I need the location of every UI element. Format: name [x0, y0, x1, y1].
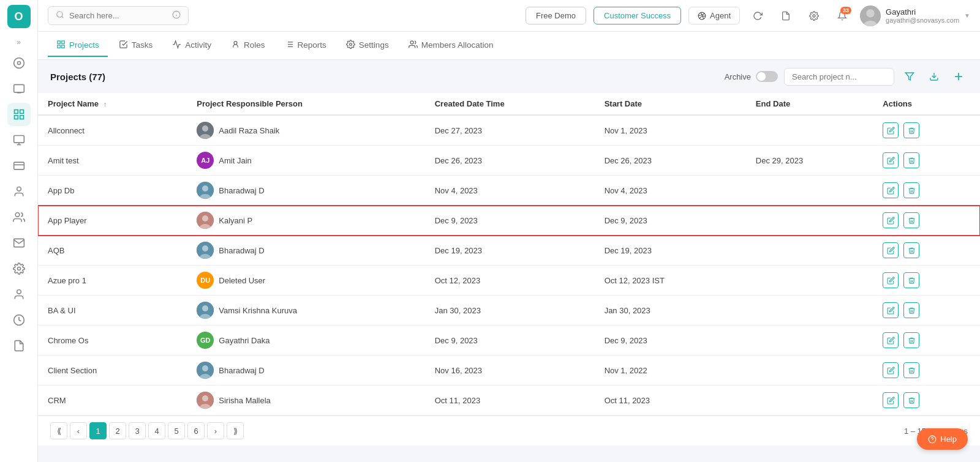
responsible-name: Bharadwaj D — [219, 366, 264, 375]
svg-rect-7 — [14, 116, 18, 119]
svg-point-16 — [17, 267, 20, 270]
edit-button[interactable] — [883, 272, 899, 288]
delete-button[interactable] — [903, 302, 919, 318]
table-row: Amit testAJAmit JainDec 26, 2023Dec 26, … — [38, 146, 980, 176]
end-date-cell: Dec 29, 2023 — [746, 146, 873, 176]
edit-button[interactable] — [883, 362, 899, 378]
page-prev-btn[interactable]: ‹ — [70, 422, 87, 439]
delete-button[interactable] — [903, 272, 919, 288]
svg-point-54 — [202, 245, 208, 251]
refresh-button[interactable] — [747, 6, 768, 26]
search-input[interactable] — [69, 11, 167, 20]
col-project-name[interactable]: Project Name ↑ — [38, 93, 187, 115]
edit-button[interactable] — [883, 212, 899, 228]
tab-roles[interactable]: Roles — [222, 35, 274, 57]
start-date-cell: Oct 11, 2023 — [595, 386, 746, 415]
tab-reports[interactable]: Reports — [276, 35, 335, 57]
actions-cell — [873, 236, 980, 266]
agent-button[interactable]: Agent — [688, 7, 740, 24]
edit-button[interactable] — [883, 182, 899, 198]
sidebar-item-monitor[interactable] — [7, 129, 31, 152]
page-6-btn[interactable]: 6 — [187, 422, 205, 439]
document-button[interactable] — [775, 6, 796, 26]
sidebar-item-dashboard[interactable] — [7, 51, 31, 75]
sidebar-item-profile[interactable] — [7, 283, 31, 306]
project-name-cell: App Db — [38, 176, 187, 206]
project-name-cell: Client Section — [38, 356, 187, 386]
sidebar-item-billing[interactable] — [7, 154, 31, 177]
user-menu[interactable]: Gayathri gayathri@snovasys.com ▼ — [860, 6, 970, 26]
sidebar-item-tv[interactable] — [7, 77, 31, 100]
avatar — [197, 122, 214, 139]
archive-toggle-switch[interactable] — [756, 71, 778, 82]
edit-button[interactable] — [883, 302, 899, 318]
search-box[interactable] — [48, 6, 189, 25]
edit-button[interactable] — [883, 242, 899, 258]
tab-activity[interactable]: Activity — [164, 35, 220, 57]
delete-button[interactable] — [903, 362, 919, 378]
tab-members-allocation[interactable]: Members Allocation — [400, 35, 502, 57]
responsible-name: Kalyani P — [219, 216, 252, 225]
delete-button[interactable] — [903, 242, 919, 258]
start-date-cell: Dec 9, 2023 — [595, 326, 746, 356]
created-date-cell: Jan 30, 2023 — [425, 296, 595, 326]
page-3-btn[interactable]: 3 — [129, 422, 146, 439]
page-next-btn[interactable]: › — [207, 422, 224, 439]
tab-roles-label: Roles — [244, 40, 265, 50]
responsible-cell: Bharadwaj D — [187, 236, 424, 266]
sidebar-item-settings[interactable] — [7, 257, 31, 280]
sidebar-expand-btn[interactable]: » — [14, 35, 23, 49]
edit-button[interactable] — [883, 392, 899, 408]
created-date-cell: Dec 9, 2023 — [425, 326, 595, 356]
page-1-btn[interactable]: 1 — [89, 422, 107, 439]
page-5-btn[interactable]: 5 — [168, 422, 185, 439]
sidebar-item-users[interactable] — [7, 180, 31, 203]
responsible-name: Bharadwaj D — [219, 186, 264, 195]
delete-button[interactable] — [903, 332, 919, 348]
avatar — [197, 242, 214, 259]
svg-point-48 — [202, 185, 208, 192]
responsible-cell: Bharadwaj D — [187, 356, 424, 386]
page-4-btn[interactable]: 4 — [148, 422, 165, 439]
sidebar-item-projects[interactable] — [7, 103, 31, 126]
customer-success-button[interactable]: Customer Success — [594, 7, 681, 24]
filter-button[interactable] — [900, 67, 919, 86]
tab-activity-icon — [172, 40, 181, 51]
search-icon — [56, 10, 64, 21]
page-last-btn[interactable]: ⟫ — [227, 422, 244, 439]
start-date-cell: Dec 9, 2023 — [595, 206, 746, 236]
app-logo[interactable]: O — [7, 5, 31, 28]
delete-button[interactable] — [903, 182, 919, 198]
tab-settings[interactable]: Settings — [337, 35, 398, 57]
edit-button[interactable] — [883, 122, 899, 138]
page-2-btn[interactable]: 2 — [109, 422, 126, 439]
project-search-input[interactable] — [784, 68, 894, 86]
start-date-cell: Nov 1, 2023 — [595, 115, 746, 146]
settings-button[interactable] — [804, 6, 824, 26]
free-demo-button[interactable]: Free Demo — [526, 7, 586, 24]
notifications-button[interactable]: 33 — [832, 6, 853, 26]
svg-rect-32 — [62, 45, 64, 47]
download-button[interactable] — [925, 67, 943, 86]
avatar: GD — [197, 332, 214, 349]
tab-projects[interactable]: Projects — [48, 35, 108, 57]
delete-button[interactable] — [903, 122, 919, 138]
delete-button[interactable] — [903, 152, 919, 168]
delete-button[interactable] — [903, 392, 919, 408]
sidebar-item-team[interactable] — [7, 206, 31, 229]
tab-projects-label: Projects — [69, 40, 99, 50]
end-date-cell — [746, 386, 873, 415]
sidebar-item-docs[interactable] — [7, 334, 31, 357]
page-first-btn[interactable]: ⟪ — [50, 422, 67, 439]
add-project-button[interactable]: + — [949, 67, 968, 86]
tab-tasks[interactable]: Tasks — [110, 35, 162, 57]
project-name-cell: Chrome Os — [38, 326, 187, 356]
edit-button[interactable] — [883, 152, 899, 168]
table-row: AQBBharadwaj DDec 19, 2023Dec 19, 2023 — [38, 236, 980, 266]
delete-button[interactable] — [903, 212, 919, 228]
sidebar-item-inbox[interactable] — [7, 231, 31, 255]
edit-button[interactable] — [883, 332, 899, 348]
sidebar-item-clock[interactable] — [7, 308, 31, 332]
help-button[interactable]: Help — [917, 428, 968, 450]
tab-projects-icon — [56, 40, 66, 51]
